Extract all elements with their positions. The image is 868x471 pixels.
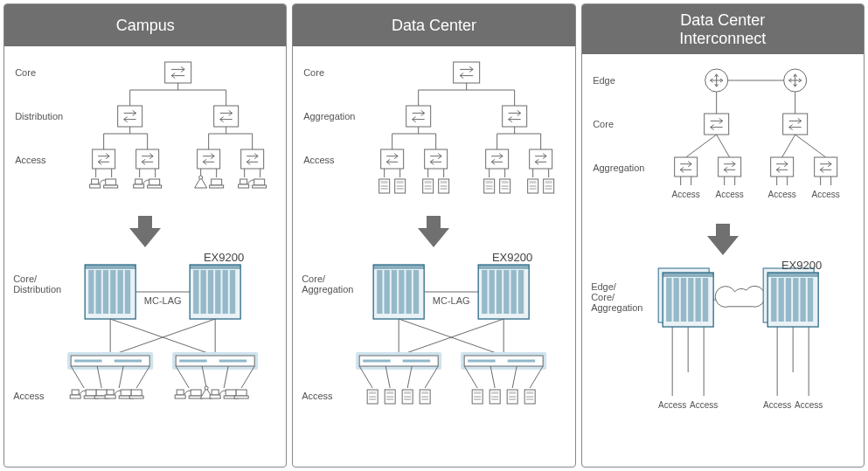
- svg-rect-97: [177, 390, 184, 395]
- svg-text:Core/: Core/: [302, 274, 326, 284]
- svg-text:MC-LAG: MC-LAG: [144, 295, 182, 306]
- tier-label: Aggregation: [303, 111, 355, 121]
- svg-rect-13: [136, 149, 159, 169]
- svg-rect-306: [702, 278, 707, 322]
- svg-rect-27: [90, 184, 101, 188]
- svg-rect-78: [219, 360, 247, 363]
- collapsed-architecture: Core/AggregationMC-LAGEX9200Access: [298, 253, 569, 432]
- network-tree: CoreAggregationAccess: [298, 55, 569, 212]
- svg-rect-98: [175, 395, 185, 398]
- svg-rect-115: [406, 106, 431, 127]
- panel-body: CoreDistributionAccessCore/DistributionM…: [4, 46, 286, 467]
- svg-rect-83: [86, 390, 96, 396]
- svg-rect-312: [785, 278, 790, 322]
- svg-rect-34: [149, 179, 160, 185]
- svg-point-38: [199, 176, 203, 179]
- svg-line-267: [685, 135, 716, 157]
- arrow-down-icon: [705, 224, 740, 255]
- svg-rect-118: [503, 106, 527, 127]
- svg-rect-220: [404, 391, 411, 394]
- svg-text:Core/: Core/: [13, 274, 38, 284]
- svg-rect-28: [106, 179, 116, 185]
- tier-label: Access: [303, 155, 335, 165]
- arrow-down-icon: [128, 216, 163, 247]
- svg-rect-35: [148, 185, 162, 188]
- svg-rect-32: [135, 179, 142, 184]
- svg-rect-311: [778, 278, 783, 322]
- svg-rect-264: [782, 114, 807, 135]
- svg-rect-188: [482, 270, 487, 314]
- svg-point-102: [205, 386, 208, 390]
- svg-rect-121: [381, 149, 404, 169]
- svg-text:Core/: Core/: [591, 292, 615, 302]
- svg-rect-60: [193, 270, 198, 314]
- svg-rect-240: [509, 391, 516, 394]
- svg-text:Access: Access: [767, 190, 795, 199]
- svg-rect-148: [425, 181, 432, 184]
- tier-label: Aggregation: [593, 163, 644, 173]
- panel-header: Data Center Interconnect: [582, 4, 864, 54]
- svg-rect-181: [385, 270, 390, 314]
- svg-text:Access: Access: [763, 400, 791, 410]
- svg-rect-57: [125, 270, 130, 314]
- svg-rect-99: [191, 390, 201, 396]
- svg-rect-54: [103, 270, 108, 314]
- svg-rect-46: [253, 185, 267, 188]
- svg-rect-10: [93, 149, 115, 169]
- svg-rect-307: [663, 273, 713, 277]
- svg-rect-302: [673, 278, 678, 322]
- svg-line-288: [795, 135, 825, 157]
- svg-rect-45: [254, 179, 265, 185]
- svg-rect-172: [545, 181, 552, 184]
- svg-rect-109: [236, 390, 247, 396]
- panel-body: CoreAggregationAccessCore/AggregationMC-…: [293, 46, 574, 467]
- svg-rect-58: [85, 265, 135, 269]
- svg-rect-215: [386, 391, 393, 394]
- svg-rect-33: [134, 184, 144, 188]
- svg-rect-282: [770, 157, 793, 177]
- svg-rect-124: [425, 149, 448, 169]
- svg-rect-260: [704, 114, 728, 135]
- svg-rect-235: [491, 391, 498, 394]
- svg-rect-16: [198, 149, 220, 169]
- svg-rect-184: [406, 270, 412, 314]
- svg-rect-182: [392, 270, 397, 314]
- svg-rect-65: [230, 270, 235, 314]
- svg-rect-91: [121, 390, 131, 396]
- svg-rect-127: [486, 149, 509, 169]
- svg-rect-158: [486, 181, 493, 184]
- svg-text:Access: Access: [658, 400, 686, 410]
- svg-text:Access: Access: [690, 400, 718, 410]
- svg-rect-138: [381, 181, 388, 184]
- svg-text:Access: Access: [671, 190, 699, 199]
- svg-rect-29: [104, 185, 118, 188]
- product-label: EX9200: [492, 253, 532, 264]
- svg-rect-315: [807, 278, 812, 322]
- svg-rect-56: [117, 270, 122, 314]
- svg-rect-305: [695, 278, 700, 322]
- svg-rect-201: [363, 360, 391, 363]
- collapsed-architecture: Edge/Core/AggregationEX9200AccessAccessA…: [587, 260, 858, 440]
- svg-rect-4: [118, 106, 142, 127]
- svg-text:Distribution: Distribution: [13, 284, 61, 294]
- svg-rect-130: [530, 149, 552, 169]
- svg-rect-301: [666, 278, 671, 322]
- svg-rect-110: [234, 396, 248, 398]
- svg-rect-142: [397, 181, 404, 184]
- svg-rect-40: [210, 185, 224, 188]
- tier-label: Edge: [593, 75, 615, 86]
- svg-rect-194: [478, 265, 529, 269]
- product-label: EX9200: [204, 253, 244, 264]
- svg-rect-313: [793, 278, 798, 322]
- svg-rect-19: [241, 149, 264, 169]
- svg-text:Access: Access: [715, 190, 743, 199]
- svg-text:Aggregation: Aggregation: [302, 284, 353, 294]
- svg-line-274: [716, 135, 729, 157]
- svg-rect-225: [421, 391, 428, 394]
- svg-rect-185: [413, 270, 419, 314]
- svg-rect-162: [502, 181, 509, 184]
- svg-rect-190: [496, 270, 502, 314]
- svg-rect-193: [518, 270, 524, 314]
- svg-rect-289: [814, 157, 837, 177]
- svg-rect-89: [107, 390, 114, 395]
